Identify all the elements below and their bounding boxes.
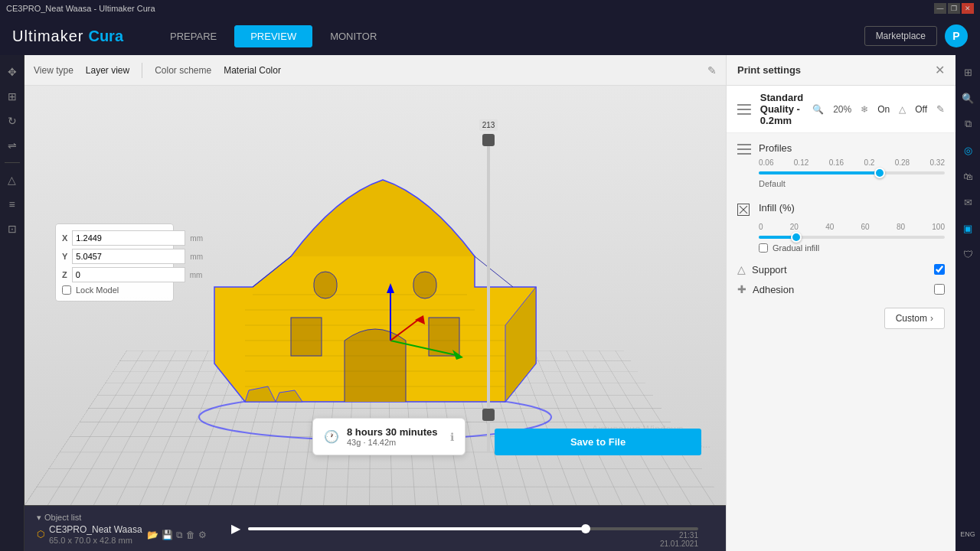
- obj-copy-icon[interactable]: ⧉: [176, 530, 183, 540]
- lock-row: Lock Model: [62, 285, 167, 295]
- mark-028: 0.28: [895, 158, 910, 167]
- lang-display: ENG: [957, 523, 978, 545]
- edit-quality-icon[interactable]: ✎: [936, 103, 945, 115]
- mirror-tool-icon[interactable]: ⇌: [2, 135, 23, 156]
- language-label: ENG: [957, 523, 978, 545]
- layer-slider: 213: [481, 116, 496, 459]
- z-input[interactable]: [72, 267, 185, 282]
- svg-rect-3: [291, 318, 322, 356]
- view-type-value[interactable]: Layer view: [86, 65, 129, 76]
- mark-016: 0.16: [829, 158, 844, 167]
- topbar-right: ✎: [707, 64, 717, 77]
- support-checkbox[interactable]: [934, 264, 945, 275]
- windows-icon[interactable]: ⊞: [957, 61, 978, 83]
- profile-avatar[interactable]: P: [945, 24, 968, 47]
- minimize-button[interactable]: —: [934, 3, 946, 14]
- layer-handle-top[interactable]: [482, 134, 495, 146]
- obj-delete-icon[interactable]: 🗑: [186, 530, 195, 540]
- quality-off: Off: [915, 104, 927, 115]
- mark-006: 0.06: [759, 158, 773, 167]
- layer-tool-icon[interactable]: ≡: [2, 194, 23, 215]
- support-left: △ Support: [737, 263, 787, 276]
- current-date: 21.01.2021: [660, 540, 698, 548]
- layer-top-number: 213: [479, 119, 498, 131]
- search-edge-icon[interactable]: 🔍: [957, 87, 978, 109]
- profiles-content: Profiles 0.06 0.12 0.16 0.2 0.28 0.32: [759, 142, 945, 191]
- infill-mark-80: 80: [897, 223, 905, 231]
- zoom-icon: 🔍: [812, 104, 824, 115]
- play-button[interactable]: ▶: [231, 521, 240, 536]
- quality-on: On: [877, 104, 890, 115]
- tab-monitor[interactable]: MONITOR: [314, 25, 393, 47]
- move-tool-icon[interactable]: ✥: [2, 61, 23, 83]
- time-icon: 🕐: [324, 429, 339, 444]
- profile-slider-fill: [759, 171, 880, 174]
- svg-rect-27: [737, 144, 751, 145]
- store-icon[interactable]: 🛍: [957, 165, 978, 187]
- infill-section: Infill (%) 0 20 40 60 80 100: [737, 202, 945, 253]
- color-scheme-value[interactable]: Material Color: [224, 65, 281, 76]
- save-to-file-button[interactable]: Save to File: [495, 429, 701, 455]
- settings-body: Profiles 0.06 0.12 0.16 0.2 0.28 0.32: [727, 133, 956, 338]
- tab-prepare[interactable]: PREPARE: [154, 25, 233, 47]
- marketplace-button[interactable]: Marketplace: [864, 26, 937, 46]
- window-controls: — ❐ ✕: [934, 3, 974, 14]
- main-layout: ✥ ⊞ ↻ ⇌ △ ≡ ⊡ View type Layer view Color…: [0, 55, 980, 551]
- quality-topbar: Standard Quality - 0.2mm 🔍 20% ❄ On △ Of…: [727, 86, 956, 133]
- infill-label: Infill (%): [759, 202, 795, 214]
- layer-handle-bottom[interactable]: [482, 409, 495, 421]
- scrubber-fill: [248, 527, 586, 530]
- y-unit: mm: [190, 253, 203, 261]
- print-settings-close[interactable]: ✕: [935, 63, 945, 77]
- close-button[interactable]: ✕: [962, 3, 974, 14]
- quality-name[interactable]: Standard Quality - 0.2mm: [760, 92, 803, 126]
- tab-preview[interactable]: PREVIEW: [234, 25, 312, 47]
- scrubber-thumb[interactable]: [581, 524, 590, 533]
- taskview-icon[interactable]: ⧉: [957, 113, 978, 135]
- support-tool-icon[interactable]: △: [2, 169, 23, 191]
- object-list-section: ▾ Object list ⬡ CE3PRO_Neat Waasa 65.0 x…: [37, 513, 207, 545]
- infill-slider-track[interactable]: [759, 236, 945, 239]
- obj-save-icon[interactable]: 💾: [162, 530, 173, 540]
- x-input[interactable]: [72, 230, 185, 246]
- svg-rect-28: [737, 148, 751, 150]
- layer-scrubber[interactable]: [248, 527, 698, 530]
- y-input[interactable]: [72, 249, 185, 264]
- 3d-viewport[interactable]: X mm Y mm Z mm Lock Model: [24, 86, 726, 505]
- adhesion-checkbox[interactable]: [934, 284, 945, 295]
- mail-icon[interactable]: ✉: [957, 191, 978, 213]
- profile-slider-thumb[interactable]: [874, 168, 885, 178]
- infill-slider-thumb[interactable]: [791, 232, 802, 243]
- print-info-icon[interactable]: ℹ: [450, 431, 454, 443]
- infill-mark-20: 20: [790, 223, 799, 231]
- left-toolbar: ✥ ⊞ ↻ ⇌ △ ≡ ⊡: [0, 55, 24, 551]
- profiles-section: Profiles 0.06 0.12 0.16 0.2 0.28 0.32: [737, 142, 945, 191]
- cura-taskbar-icon[interactable]: ▣: [957, 217, 978, 239]
- quality-pct: 20%: [833, 104, 851, 115]
- main-nav: PREPARE PREVIEW MONITOR: [154, 25, 393, 47]
- object-list-label: Object list: [44, 513, 81, 522]
- permodel-tool-icon[interactable]: ⊡: [2, 218, 23, 240]
- object-list-item: ⬡ CE3PRO_Neat Waasa 65.0 x 70.0 x 42.8 m…: [37, 524, 207, 545]
- shield-icon[interactable]: 🛡: [957, 243, 978, 265]
- svg-rect-26: [737, 112, 751, 114]
- obj-settings-icon[interactable]: ⚙: [198, 530, 207, 540]
- custom-button[interactable]: Custom ›: [884, 308, 945, 329]
- object-actions: 📂 💾 ⧉ 🗑 ⚙: [147, 530, 207, 540]
- svg-rect-25: [737, 109, 751, 110]
- print-settings-panel: Print settings ✕ Standard Quality - 0.2m…: [726, 55, 956, 551]
- y-label: Y: [62, 252, 67, 261]
- layer-track[interactable]: [487, 134, 490, 453]
- object-size: 65.0 x 70.0 x 42.8 mm: [49, 536, 142, 545]
- edge-browser-icon[interactable]: ◎: [957, 139, 978, 161]
- infill-mark-40: 40: [825, 223, 834, 231]
- transform-x-row: X mm: [62, 230, 167, 246]
- edit-viewport-icon[interactable]: ✎: [707, 64, 717, 77]
- rotate-tool-icon[interactable]: ↻: [2, 110, 23, 132]
- maximize-button[interactable]: ❐: [948, 3, 960, 14]
- obj-open-icon[interactable]: 📂: [147, 530, 158, 540]
- lock-model-checkbox[interactable]: [62, 285, 71, 295]
- gradual-infill-checkbox[interactable]: [759, 243, 768, 253]
- scale-tool-icon[interactable]: ⊞: [2, 86, 23, 107]
- profile-slider-track[interactable]: [759, 171, 945, 174]
